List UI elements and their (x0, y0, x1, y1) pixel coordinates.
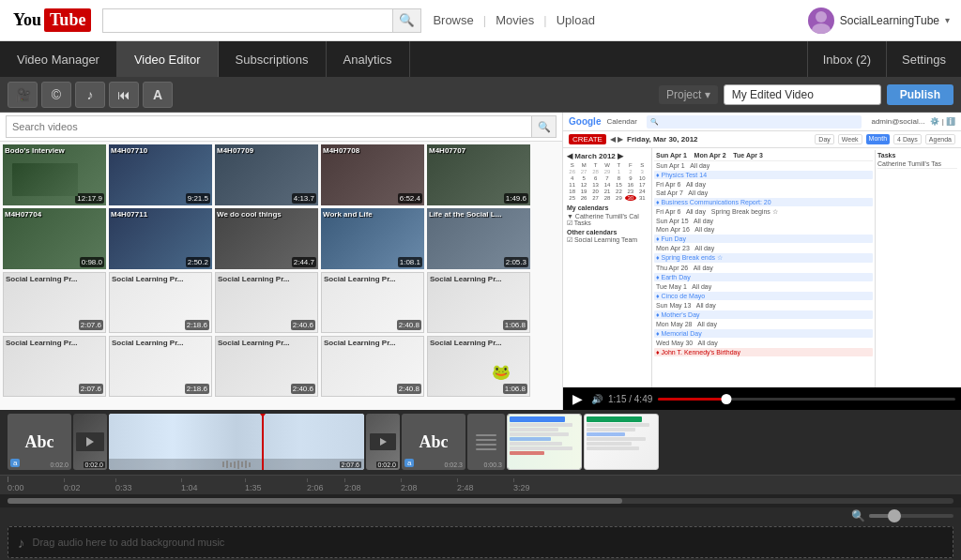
search-button[interactable]: 🔍 (393, 8, 421, 33)
clip-a-badge: a (10, 459, 20, 467)
timeline-track: Abc a 0:02.0 0:02.0 (0, 410, 961, 476)
video-duration: 2:44.7 (292, 257, 316, 267)
youtube-logo: You Tube (11, 8, 91, 32)
clip-a-badge-2: a (404, 459, 414, 467)
clip-google-2[interactable] (584, 414, 659, 470)
video-title: Work and Life (323, 210, 373, 219)
video-title: Life at the Social L... (429, 210, 501, 219)
clip-duration: 0:02.0 (84, 462, 105, 468)
list-item[interactable]: Social Learning Pr... 2:40.8 (321, 336, 424, 397)
navbar: Video Manager Video Editor Subscriptions… (0, 41, 961, 77)
tool-camera[interactable]: 🎥 (8, 82, 38, 108)
video-row-4: Social Learning Pr... 2:07.6 Social Lear… (3, 336, 559, 397)
scrollbar-track[interactable] (8, 498, 953, 504)
video-title: Social Learning Pr... (112, 275, 183, 283)
tool-music[interactable]: ♪ (75, 82, 105, 108)
list-item[interactable]: Work and Life 1:08.1 (321, 208, 424, 269)
video-duration: 0:98.0 (80, 257, 104, 267)
list-item[interactable]: M4H07708 6:52.4 (321, 144, 424, 205)
list-item[interactable]: Social Learning Pr... 2:18.6 (109, 272, 212, 333)
upload-link[interactable]: Upload (557, 13, 595, 27)
clip-video-2[interactable]: 0:02.0 (366, 414, 400, 470)
header-right: SocialLearningTube ▾ (808, 8, 950, 34)
list-item[interactable]: We do cool things 2:44.7 (215, 208, 318, 269)
username-arrow[interactable]: ▾ (945, 15, 950, 25)
header-links: Browse | Movies | Upload (433, 13, 595, 27)
video-duration: 1:49.6 (504, 193, 528, 204)
list-item[interactable]: Social Learning Pr... 2:40.8 (321, 272, 424, 333)
list-item[interactable]: Social Learning Pr... 2:07.6 (3, 336, 106, 397)
clip-video-long[interactable]: 2:07.6 (109, 414, 364, 470)
list-item[interactable]: M4H07709 4:13.7 (215, 144, 318, 205)
nav-inbox[interactable]: Inbox (2) (807, 41, 886, 77)
list-item[interactable]: Social Learning Pr... 2:40.6 (215, 272, 318, 333)
video-title: Social Learning Pr... (324, 275, 395, 283)
video-title: Social Learning Pr... (430, 339, 501, 347)
video-grid: Bodo's Interview 12:17.9 M4H07710 9:21.5… (0, 142, 562, 410)
search-videos-input[interactable] (6, 115, 532, 138)
list-item[interactable]: M4H07704 0:98.0 (3, 208, 106, 269)
tool-text[interactable]: A (143, 82, 173, 108)
list-item[interactable]: Social Learning Pr... 2:07.6 (3, 272, 106, 333)
list-item[interactable]: Social Learning Pr... 2:18.6 (109, 336, 212, 397)
project-label[interactable]: Project ▾ (659, 85, 718, 104)
video-duration: 12:17.9 (75, 193, 104, 204)
audio-drop-zone[interactable]: ♪ Drag audio here to add background musi… (8, 526, 953, 558)
video-row-2: M4H07704 0:98.0 M4H07711 2:50.2 We do co… (3, 208, 559, 269)
video-title: M4H07711 (111, 210, 147, 219)
clip-text-1[interactable]: Abc a 0:02.0 (8, 414, 71, 470)
clip-google-1[interactable] (507, 414, 582, 470)
video-duration: 2:40.8 (397, 320, 421, 330)
nav-settings[interactable]: Settings (886, 41, 961, 77)
clip-duration: 0:02.0 (51, 462, 69, 468)
list-item[interactable]: Life at the Social L... 2:05.3 (427, 208, 530, 269)
tool-copyright[interactable]: © (41, 82, 71, 108)
list-item[interactable]: M4H07710 9:21.5 (109, 144, 212, 205)
clip-video-1[interactable]: 0:02.0 (73, 414, 107, 470)
clip-text-2[interactable]: Abc a 0:02.3 (402, 414, 465, 470)
video-search-bar: 🔍 (0, 113, 562, 142)
video-title: Social Learning Pr... (218, 339, 289, 347)
movies-link[interactable]: Movies (496, 13, 534, 27)
video-duration: 2:40.6 (291, 320, 315, 330)
ruler-mark: 0:00 (8, 477, 64, 492)
yt-you: You (11, 8, 43, 32)
timeline-clips-container: Abc a 0:02.0 0:02.0 (8, 412, 953, 472)
video-title: Bodo's Interview (5, 146, 65, 155)
nav-item-video-manager[interactable]: Video Manager (0, 41, 117, 77)
scrollbar-thumb[interactable] (8, 498, 622, 504)
video-duration: 2:50.2 (186, 257, 210, 267)
search-videos-button[interactable]: 🔍 (532, 115, 557, 138)
nav-item-subscriptions[interactable]: Subscriptions (219, 41, 327, 77)
video-title: M4H07704 (5, 210, 41, 219)
nav-item-video-editor[interactable]: Video Editor (117, 41, 219, 77)
ruler-marks: 0:00 0:02 0:33 1:04 1:35 2:06 (8, 477, 953, 492)
clip-bars[interactable]: 0:00.3 (467, 414, 505, 470)
divider-2: | (543, 13, 546, 27)
list-item[interactable]: Social Learning Pr... 2:40.6 (215, 336, 318, 397)
search-input[interactable] (102, 8, 393, 33)
list-item[interactable]: Bodo's Interview 12:17.9 (3, 144, 106, 205)
tool-rewind[interactable]: ⏮ (109, 82, 139, 108)
video-player-right: Google Calendar 🔍 admin@social... ⚙️ | ℹ… (563, 113, 961, 410)
video-title: Social Learning Pr... (218, 275, 289, 283)
list-item[interactable]: Social Learning Pr... 1:06.8 (427, 272, 530, 333)
video-duration: 2:18.6 (185, 384, 209, 394)
list-item[interactable]: M4H07711 2:50.2 (109, 208, 212, 269)
ruler-mark: 2:08 (344, 478, 401, 492)
project-title-input[interactable] (724, 84, 881, 105)
ruler-mark: 1:35 (245, 478, 307, 492)
nav-item-analytics[interactable]: Analytics (327, 41, 410, 77)
publish-button[interactable]: Publish (887, 84, 953, 105)
audio-placeholder-text: Drag audio here to add background music (33, 537, 225, 548)
video-row-3: Social Learning Pr... 2:07.6 Social Lear… (3, 272, 559, 333)
list-item[interactable]: Social Learning Pr... 1:06.8 🐸 (427, 336, 530, 397)
video-duration: 2:40.8 (397, 384, 421, 394)
username[interactable]: SocialLearningTube (840, 14, 939, 27)
list-item[interactable]: M4H07707 1:49.6 (427, 144, 530, 205)
timeline-scrollbar[interactable] (0, 494, 961, 507)
browse-link[interactable]: Browse (433, 13, 473, 27)
toolbar: 🎥 © ♪ ⏮ A Project ▾ Publish (0, 77, 961, 113)
zoom-handle[interactable] (888, 509, 901, 522)
zoom-slider[interactable] (869, 514, 953, 518)
